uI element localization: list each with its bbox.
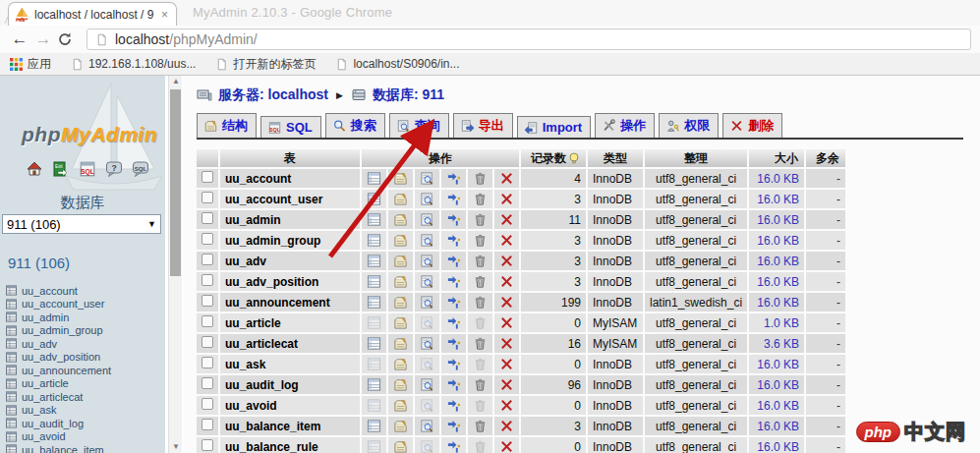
reload-button[interactable]	[57, 31, 81, 47]
breadcrumb-database-link[interactable]: 数据库: 911	[373, 86, 444, 104]
browse-icon[interactable]	[362, 272, 386, 291]
table-name-link[interactable]: uu_balance_item	[220, 417, 360, 435]
size-link[interactable]: 16.0 KB	[749, 437, 804, 453]
frame-scrollbar[interactable]: ▲ ▼	[168, 76, 182, 453]
bookmark-item[interactable]: localhost/S0906/in...	[335, 57, 459, 71]
empty-icon[interactable]	[468, 334, 492, 353]
table-name-link[interactable]: uu_avoid	[220, 396, 360, 415]
empty-icon[interactable]	[468, 190, 492, 208]
bookmark-item[interactable]: 打开新的标签页	[215, 56, 316, 73]
size-link[interactable]: 16.0 KB	[749, 252, 804, 270]
drop-icon[interactable]	[494, 272, 519, 291]
row-checkbox[interactable]	[197, 334, 218, 353]
sql-window-icon[interactable]	[79, 160, 96, 178]
size-link[interactable]: 16.0 KB	[749, 190, 804, 208]
empty-icon[interactable]	[468, 210, 492, 229]
structure-icon[interactable]	[388, 396, 413, 415]
structure-icon[interactable]	[388, 375, 413, 394]
search-icon[interactable]	[415, 169, 439, 188]
table-name-link[interactable]: uu_admin	[220, 210, 360, 229]
drop-icon[interactable]	[494, 231, 519, 250]
table-name-link[interactable]: uu_account_user	[220, 190, 360, 208]
empty-icon[interactable]	[468, 355, 492, 373]
search-icon[interactable]	[415, 252, 439, 270]
search-icon[interactable]	[415, 355, 439, 373]
table-name-link[interactable]: uu_balance_rule	[220, 437, 360, 453]
row-checkbox[interactable]	[197, 417, 218, 435]
table-name-link[interactable]: uu_ask	[220, 355, 360, 373]
search-icon[interactable]	[415, 417, 439, 435]
empty-icon[interactable]	[468, 252, 492, 270]
sidebar-table-item[interactable]: uu_admin_group	[6, 324, 163, 338]
size-link[interactable]: 16.0 KB	[749, 169, 804, 188]
empty-icon[interactable]	[468, 169, 492, 188]
structure-icon[interactable]	[388, 231, 413, 250]
drop-icon[interactable]	[494, 313, 519, 332]
drop-icon[interactable]	[494, 252, 519, 270]
sidebar-table-item[interactable]: uu_adv	[6, 337, 163, 351]
logout-icon[interactable]: Exit	[52, 160, 70, 178]
browser-tab[interactable]: PMA localhost / localhost / 9 ×	[8, 2, 177, 26]
table-name-link[interactable]: uu_audit_log	[220, 375, 360, 394]
drop-icon[interactable]	[494, 396, 519, 415]
search-icon[interactable]	[415, 231, 439, 250]
insert-icon[interactable]	[441, 169, 466, 188]
drop-icon[interactable]	[494, 293, 519, 311]
size-link[interactable]: 16.0 KB	[749, 355, 804, 373]
sidebar-table-item[interactable]: uu_account	[6, 284, 163, 298]
tab-structure[interactable]: 结构	[197, 113, 257, 138]
browse-icon[interactable]	[362, 437, 386, 453]
sidebar-table-item[interactable]: uu_account_user	[6, 298, 163, 311]
size-link[interactable]: 1.0 KB	[749, 313, 804, 332]
tab-search[interactable]: 搜索	[325, 113, 385, 138]
drop-icon[interactable]	[494, 210, 519, 229]
structure-icon[interactable]	[388, 437, 413, 453]
tab-export[interactable]: 导出	[453, 113, 513, 138]
database-link[interactable]: 911 (106)	[8, 255, 70, 271]
table-name-link[interactable]: uu_account	[220, 169, 360, 188]
browse-icon[interactable]	[362, 231, 386, 250]
browse-icon[interactable]	[362, 313, 386, 332]
structure-icon[interactable]	[388, 252, 413, 270]
sidebar-table-item[interactable]: uu_avoid	[6, 430, 163, 444]
structure-icon[interactable]	[388, 190, 413, 208]
insert-icon[interactable]	[441, 313, 466, 332]
row-checkbox[interactable]	[197, 313, 218, 332]
structure-icon[interactable]	[388, 417, 413, 435]
empty-icon[interactable]	[468, 396, 492, 415]
scroll-down-icon[interactable]: ▼	[169, 441, 183, 453]
sidebar-table-item[interactable]: uu_balance_item	[6, 443, 163, 453]
browse-icon[interactable]	[362, 355, 386, 373]
browse-icon[interactable]	[362, 375, 386, 394]
structure-icon[interactable]	[388, 272, 413, 291]
browse-icon[interactable]	[362, 417, 386, 435]
structure-icon[interactable]	[388, 169, 413, 188]
table-name-link[interactable]: uu_articlecat	[220, 334, 360, 353]
sidebar-table-item[interactable]: uu_audit_log	[6, 417, 163, 430]
search-icon[interactable]	[415, 313, 439, 332]
row-checkbox[interactable]	[197, 272, 218, 291]
drop-icon[interactable]	[494, 355, 519, 373]
bookmark-item[interactable]: 192.168.1.108/uus...	[71, 57, 196, 71]
home-icon[interactable]	[26, 160, 43, 178]
docs-icon[interactable]: SQL	[132, 160, 149, 178]
tab-query[interactable]: 查询	[389, 113, 449, 138]
drop-icon[interactable]	[494, 334, 519, 353]
browse-icon[interactable]	[362, 334, 386, 353]
table-name-link[interactable]: uu_article	[220, 313, 360, 332]
search-icon[interactable]	[415, 210, 439, 229]
size-link[interactable]: 16.0 KB	[749, 396, 804, 415]
empty-icon[interactable]	[468, 293, 492, 311]
help-icon[interactable]: ?	[105, 160, 123, 178]
table-name-link[interactable]: uu_adv_position	[220, 272, 360, 291]
row-checkbox[interactable]	[197, 293, 218, 311]
search-icon[interactable]	[415, 293, 439, 311]
tab-operations[interactable]: 操作	[595, 113, 655, 138]
structure-icon[interactable]	[388, 334, 413, 353]
structure-icon[interactable]	[388, 293, 413, 311]
size-link[interactable]: 3.6 KB	[749, 334, 804, 353]
browse-icon[interactable]	[362, 169, 386, 188]
insert-icon[interactable]	[441, 355, 466, 373]
sidebar-table-item[interactable]: uu_article	[6, 377, 163, 391]
empty-icon[interactable]	[468, 272, 492, 291]
